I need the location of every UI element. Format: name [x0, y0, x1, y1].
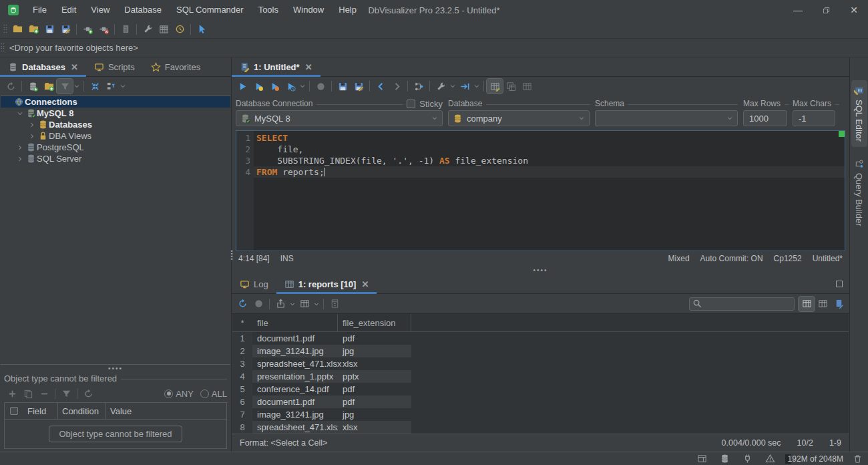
cell-file-extension[interactable]: pdf: [338, 383, 411, 396]
grid-row-7[interactable]: 7image_31241.jpgjpg: [232, 408, 849, 421]
close-tab-icon[interactable]: ✕: [361, 279, 369, 289]
grid-row-4[interactable]: 4presentation_1.pptxpptx: [232, 370, 849, 383]
warning-icon[interactable]: [763, 452, 779, 465]
tree-node-connections[interactable]: Connections: [1, 96, 230, 108]
menu-file[interactable]: File: [25, 0, 54, 20]
table-edit-on-icon[interactable]: [487, 79, 503, 94]
cursor-icon[interactable]: [194, 22, 210, 37]
close-tab-icon[interactable]: ✕: [71, 62, 78, 72]
calc-dim-icon[interactable]: [327, 297, 343, 311]
cell-file-extension[interactable]: pdf: [338, 332, 411, 345]
grid-corner[interactable]: *: [232, 314, 252, 331]
tree-right-arrow-icon[interactable]: [27, 122, 37, 128]
cell-file[interactable]: image_31241.jpg: [252, 408, 338, 421]
export-icon[interactable]: [272, 297, 288, 311]
panel-icon[interactable]: [694, 452, 710, 465]
gc-trash-icon[interactable]: [853, 454, 863, 464]
forward-dim-icon[interactable]: [389, 79, 405, 94]
code-line-4[interactable]: FROM reports;: [254, 166, 845, 178]
cell-file[interactable]: conference_14.pdf: [252, 383, 338, 396]
memory-indicator[interactable]: 192M of 2048M: [785, 454, 846, 464]
cell-file-extension[interactable]: xlsx: [338, 357, 411, 370]
copy-dim-icon[interactable]: [20, 386, 36, 401]
collapse-icon[interactable]: [87, 79, 103, 94]
arrow-bar-icon[interactable]: [457, 79, 473, 94]
grid-row-5[interactable]: 5conference_14.pdfpdf: [232, 383, 849, 396]
chevron-icon[interactable]: [119, 79, 127, 94]
code-line-3[interactable]: SUBSTRING_INDEX(file, '.', -1) AS file_e…: [254, 155, 845, 166]
menu-tools[interactable]: Tools: [251, 0, 286, 20]
menu-database[interactable]: Database: [117, 0, 169, 20]
cell-file-extension[interactable]: xlsx: [338, 421, 411, 434]
back-icon[interactable]: [373, 79, 389, 94]
menu-edit[interactable]: Edit: [54, 0, 83, 20]
editor-code[interactable]: SELECT file, SUBSTRING_INDEX(file, '.', …: [254, 131, 845, 251]
max-rows-input[interactable]: 1000: [743, 110, 787, 126]
play-clock-icon[interactable]: [282, 79, 298, 94]
save-icon[interactable]: [335, 79, 351, 94]
cell-file[interactable]: document1.pdf: [252, 332, 338, 345]
database-select[interactable]: company: [448, 110, 590, 126]
sql-editor[interactable]: 1234 SELECT file, SUBSTRING_INDEX(file, …: [236, 130, 845, 251]
tab-log[interactable]: Log: [232, 275, 276, 293]
tab-1-untitled-[interactable]: 1: Untitled*✕: [232, 57, 320, 76]
play-yellow-icon[interactable]: [250, 79, 266, 94]
tab-scripts[interactable]: Scripts: [86, 57, 143, 76]
radio-any[interactable]: ANY: [164, 389, 194, 399]
grid-row-1[interactable]: 1document1.pdfpdf: [232, 332, 849, 345]
grid-search[interactable]: [689, 297, 795, 311]
side-tab-query-builder[interactable]: Query Builder: [851, 154, 867, 231]
filter-disabled-button[interactable]: Object type cannot be filtered: [49, 426, 182, 442]
tree-node-postgresql[interactable]: PostgreSQL: [1, 142, 230, 153]
funnel-dim-icon[interactable]: [58, 386, 74, 401]
clock-tool-icon[interactable]: [172, 22, 188, 37]
refresh-dim-icon[interactable]: [80, 386, 96, 401]
cell-file[interactable]: spreadsheet_471.xlsx: [252, 421, 338, 434]
restore-button[interactable]: [812, 0, 840, 20]
side-tab-sql-editor[interactable]: SQL Editor: [851, 80, 867, 147]
folder-new-icon[interactable]: [41, 79, 57, 94]
close-tab-icon[interactable]: ✕: [305, 62, 312, 72]
grid-icon[interactable]: [296, 297, 312, 311]
tree-node-mysql-8[interactable]: MySQL 8: [1, 108, 230, 119]
cell-file-extension[interactable]: pptx: [338, 370, 411, 383]
cell-file-extension[interactable]: jpg: [338, 408, 411, 421]
tree-right-arrow-icon[interactable]: [15, 144, 25, 151]
toolbar-drag-handle[interactable]: ⁚⁚⁚⁚: [3, 27, 8, 32]
save-icon[interactable]: [41, 22, 57, 37]
funnel-on-icon[interactable]: [57, 79, 73, 94]
tab-favorites[interactable]: Favorites: [143, 57, 208, 76]
folder-new-icon[interactable]: [25, 22, 41, 37]
radio-all[interactable]: ALL: [200, 389, 227, 399]
results-splitter[interactable]: ••••: [232, 266, 849, 275]
cell-file-extension[interactable]: jpg: [338, 345, 411, 357]
favorites-drop-bar[interactable]: ⁚⁚⁚⁚ <Drop your favorite objects here>: [0, 39, 868, 57]
grid-plain-icon[interactable]: [815, 297, 831, 311]
connection-select[interactable]: MySQL 8: [236, 110, 443, 126]
chevron-icon[interactable]: [473, 79, 481, 94]
max-chars-input[interactable]: -1: [793, 110, 835, 126]
table-dim-icon[interactable]: [519, 79, 535, 94]
chevron-icon[interactable]: [298, 79, 306, 94]
chevron-icon[interactable]: [312, 297, 320, 311]
minus-dim-icon[interactable]: [36, 386, 52, 401]
close-button[interactable]: ✕: [840, 0, 868, 20]
disconnect-icon[interactable]: [95, 22, 112, 37]
sticky-checkbox[interactable]: Sticky: [407, 99, 443, 109]
tree-right-arrow-icon[interactable]: [27, 133, 37, 140]
tree-down-arrow-icon[interactable]: [15, 110, 25, 117]
db-small-icon[interactable]: [717, 452, 733, 465]
play-orange-icon[interactable]: [266, 79, 282, 94]
calendar-icon[interactable]: [156, 22, 172, 37]
grid-row-6[interactable]: 6document1.pdfpdf: [232, 396, 849, 408]
column-header-file-extension[interactable]: file_extension: [338, 314, 411, 331]
tree-node-dba-views[interactable]: DBA Views: [1, 130, 230, 142]
code-line-2[interactable]: file,: [254, 144, 845, 155]
stop-dim-icon[interactable]: [250, 297, 266, 311]
grid-row-2[interactable]: 2image_31241.jpgjpg: [232, 345, 849, 357]
radio-any-control[interactable]: [164, 390, 173, 398]
branch-icon[interactable]: [411, 79, 427, 94]
folder-open-icon[interactable]: [9, 22, 25, 37]
menu-view[interactable]: View: [83, 0, 117, 20]
chevron-icon[interactable]: [288, 297, 296, 311]
